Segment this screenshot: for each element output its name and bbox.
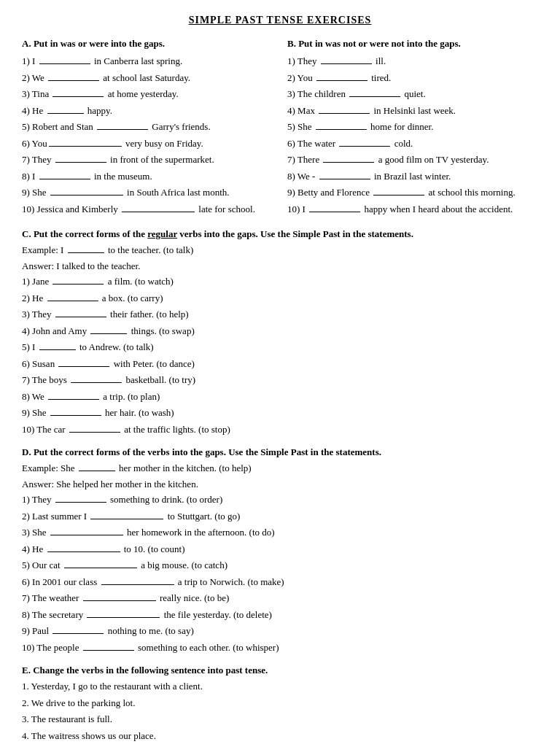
list-item: 7) The weather really nice. (to be) bbox=[22, 591, 538, 605]
section-c: C. Put the correct forms of the regular … bbox=[22, 228, 538, 436]
list-item: 6) The water cold. bbox=[287, 136, 538, 151]
list-item: 8) The secretary the file yesterday. (to… bbox=[22, 608, 538, 622]
list-item: 5) Robert and Stan Garry's friends. bbox=[22, 120, 273, 134]
list-item: 8) I in the museum. bbox=[22, 169, 273, 184]
list-item: 2) We at school last Saturday. bbox=[22, 71, 273, 85]
section-d-title: D. Put the correct forms of the verbs in… bbox=[22, 446, 538, 458]
list-item: 5) I to Andrew. (to talk) bbox=[22, 340, 538, 355]
list-item: 2) He a box. (to carry) bbox=[22, 291, 538, 306]
list-item: 1. Yesterday, I go to the restaurant wit… bbox=[22, 679, 538, 694]
list-item: 10) The people something to each other. … bbox=[22, 640, 538, 655]
section-c-title: C. Put the correct forms of the regular … bbox=[22, 228, 538, 240]
section-a: A. Put in was or were into the gaps. 1) … bbox=[22, 38, 273, 218]
list-item: 5) She home for dinner. bbox=[287, 120, 538, 134]
list-item: 1) They ill. bbox=[287, 54, 538, 69]
list-item: 10) Jessica and Kimberly late for school… bbox=[22, 202, 273, 217]
list-item: 3) They their father. (to help) bbox=[22, 307, 538, 322]
list-item: 8) We a trip. (to plan) bbox=[22, 390, 538, 404]
list-item: 3) The children quiet. bbox=[287, 87, 538, 101]
answer-line: Answer: I talked to the teacher. bbox=[22, 259, 538, 274]
list-item: 2) Last summer I to Stuttgart. (to go) bbox=[22, 509, 538, 524]
list-item: 7) The boys basketball. (to try) bbox=[22, 373, 538, 387]
list-item: 4) He happy. bbox=[22, 104, 273, 118]
section-e: E. Change the verbs in the following sen… bbox=[22, 665, 538, 747]
list-item: 9) She in South Africa last month. bbox=[22, 185, 273, 200]
list-item: 1) They something to drink. (to order) bbox=[22, 492, 538, 507]
list-item: 4) John and Amy things. (to swap) bbox=[22, 324, 538, 338]
list-item: 4. The waitress shows us our place. bbox=[22, 729, 538, 743]
page-title: SIMPLE PAST TENSE EXERCISES bbox=[22, 15, 538, 26]
list-item: 2. We drive to the parking lot. bbox=[22, 696, 538, 711]
list-item: 9) She her hair. (to wash) bbox=[22, 406, 538, 420]
section-b: B. Put in was not or were not into the g… bbox=[287, 38, 538, 218]
example-line: Example: She her mother in the kitchen. … bbox=[22, 461, 538, 476]
list-item: 2) You tired. bbox=[287, 71, 538, 85]
answer-line: Answer: She helped her mother in the kit… bbox=[22, 477, 538, 492]
list-item: 10) The car at the traffic lights. (to s… bbox=[22, 422, 538, 437]
list-item: 10) I happy when I heard about the accid… bbox=[287, 202, 538, 217]
list-item: 6) Susan with Peter. (to dance) bbox=[22, 357, 538, 371]
section-a-title: A. Put in was or were into the gaps. bbox=[22, 38, 273, 50]
list-item: 3) She her homework in the afternoon. (t… bbox=[22, 525, 538, 540]
list-item: 7) They in front of the supermarket. bbox=[22, 152, 273, 167]
list-item: 3. The restaurant is full. bbox=[22, 712, 538, 727]
section-d: D. Put the correct forms of the verbs in… bbox=[22, 446, 538, 654]
list-item: 9) Paul nothing to me. (to say) bbox=[22, 624, 538, 638]
list-item: 3) Tina at home yesterday. bbox=[22, 87, 273, 101]
list-item: 5) Our cat a big mouse. (to catch) bbox=[22, 558, 538, 573]
list-item: 7) There a good film on TV yesterday. bbox=[287, 152, 538, 167]
list-item: 8) We - in Brazil last winter. bbox=[287, 169, 538, 184]
list-item: 4) Max in Helsinki last week. bbox=[287, 104, 538, 118]
list-item: 4) He to 10. (to count) bbox=[22, 542, 538, 557]
list-item: 6) In 2001 our class a trip to Norwich. … bbox=[22, 575, 538, 589]
list-item: 6) You very busy on Friday. bbox=[22, 136, 273, 151]
list-item: 1) I in Canberra last spring. bbox=[22, 54, 273, 69]
section-e-title: E. Change the verbs in the following sen… bbox=[22, 665, 538, 676]
section-b-title: B. Put in was not or were not into the g… bbox=[287, 38, 538, 50]
example-line: Example: I to the teacher. (to talk) bbox=[22, 243, 538, 258]
list-item: 1) Jane a film. (to watch) bbox=[22, 274, 538, 289]
list-item: 9) Betty and Florence at school this mor… bbox=[287, 185, 538, 200]
